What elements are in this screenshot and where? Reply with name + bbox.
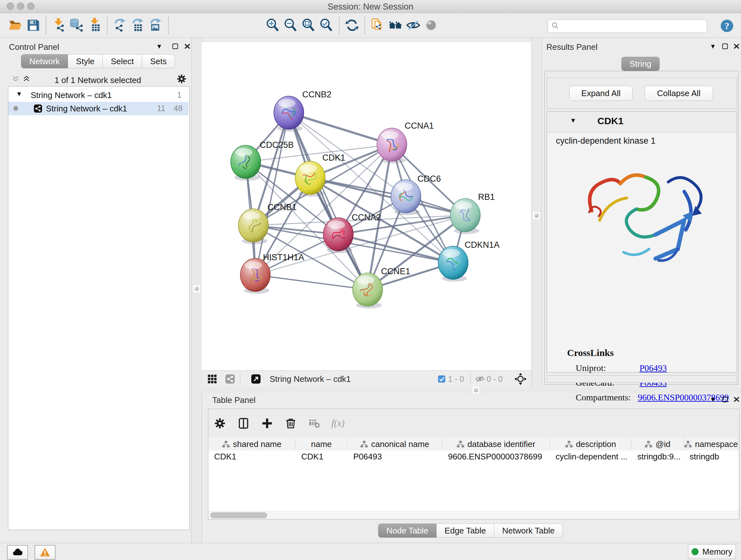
close-icon[interactable] <box>732 42 741 51</box>
grid-icon[interactable] <box>207 374 218 384</box>
column-header-namespace[interactable]: namespace <box>684 438 738 450</box>
column-header-database-identifier[interactable]: database identifier <box>442 438 550 450</box>
network-edge-count: 48 <box>174 104 183 113</box>
tab-network[interactable]: Network <box>21 54 68 68</box>
share-gray-icon[interactable] <box>225 374 235 384</box>
node-label: CDC6 <box>417 174 441 184</box>
checkbox-icon[interactable] <box>437 374 446 383</box>
collapse-panel-icon[interactable]: ▼ <box>710 396 716 403</box>
tab-edge-table[interactable]: Edge Table <box>436 523 494 538</box>
hide-selected-icon[interactable] <box>406 18 421 33</box>
column-header-canonical-name[interactable]: canonical name <box>347 438 442 450</box>
gear-icon[interactable] <box>176 73 187 84</box>
right-splitter[interactable] <box>531 38 542 387</box>
zoom-in-icon[interactable] <box>266 18 280 33</box>
tab-select[interactable]: Select <box>103 54 142 68</box>
gene-expand-icon[interactable]: ▼ <box>570 117 576 124</box>
plus-icon[interactable] <box>261 417 273 430</box>
crosshair-icon[interactable] <box>514 373 527 385</box>
network-collection-row[interactable]: ▼ String Network – cdk1 1 <box>8 89 189 101</box>
network-canvas[interactable]: CCNB2CCNA1CDC25BCDK1CDC6RB1CCNB1CCNA2CDK… <box>202 42 531 371</box>
collapse-panel-icon[interactable]: ▼ <box>710 43 716 50</box>
first-neighbors-icon[interactable] <box>388 18 403 33</box>
crosslink-label: Uniprot: <box>576 363 639 373</box>
close-icon[interactable] <box>732 395 741 403</box>
table-cell[interactable]: stringdb <box>684 450 738 462</box>
collection-expand-icon[interactable]: ▼ <box>16 90 22 98</box>
close-icon[interactable] <box>183 42 192 51</box>
table-cell[interactable]: P06493 <box>347 450 442 462</box>
node-label: HIST1H1A <box>263 253 304 262</box>
export-network-icon[interactable] <box>113 18 127 33</box>
tree-icon <box>565 440 573 448</box>
columns-icon[interactable] <box>237 417 250 430</box>
export-table-icon[interactable] <box>131 18 145 33</box>
cloud-status-button[interactable] <box>7 545 28 560</box>
table-cell[interactable]: stringdb:9... <box>631 450 684 462</box>
column-header-description[interactable]: description <box>550 438 631 450</box>
tab-string[interactable]: String <box>621 57 660 71</box>
toolbar-separator <box>339 16 340 34</box>
gene-header[interactable]: ▼ CDK1 <box>547 112 737 132</box>
node-label: CDKN1A <box>465 240 500 250</box>
collapse-panel-icon[interactable]: ▼ <box>156 43 162 50</box>
new-network-from-selection-icon[interactable] <box>370 18 385 33</box>
table-cell[interactable]: CDK1 <box>208 450 295 462</box>
table-cell[interactable]: cyclin-dependent ... <box>550 450 631 462</box>
gene-description: cyclin-dependent kinase 1 <box>556 136 656 146</box>
node-label: CCNB1 <box>267 202 297 212</box>
search-input[interactable] <box>562 20 704 31</box>
crosslink-link[interactable]: P06493 <box>639 363 667 373</box>
open-session-icon[interactable] <box>8 18 23 33</box>
gear-icon[interactable] <box>213 417 226 430</box>
scrollbar-thumb[interactable] <box>210 512 267 518</box>
network-graph[interactable]: CCNB2CCNA1CDC25BCDK1CDC6RB1CCNB1CCNA2CDK… <box>202 42 531 371</box>
column-header-name[interactable]: name <box>295 438 347 450</box>
table-cell[interactable]: CDK1 <box>295 450 347 462</box>
warnings-button[interactable] <box>35 545 56 560</box>
tab-style[interactable]: Style <box>68 54 103 68</box>
float-icon[interactable] <box>171 42 179 51</box>
toolbar-separator <box>46 16 46 34</box>
zoom-out-icon[interactable] <box>283 18 298 33</box>
memory-button[interactable]: Memory <box>688 544 736 559</box>
zoom-fit-icon[interactable] <box>301 18 316 33</box>
table-row[interactable]: CDK1CDK1P064939606.ENSP00000378699cyclin… <box>208 450 738 462</box>
trash-icon[interactable] <box>284 417 297 430</box>
column-header--id[interactable]: @id <box>631 438 684 450</box>
control-panel-title: Control Panel <box>9 42 59 52</box>
tab-network-table[interactable]: Network Table <box>494 523 563 538</box>
tab-node-table[interactable]: Node Table <box>378 523 436 538</box>
horizontal-splitter-grip[interactable] <box>472 387 479 394</box>
help-icon[interactable]: ? <box>720 18 734 33</box>
tree-icon <box>222 440 230 448</box>
save-session-icon[interactable] <box>26 18 41 33</box>
layout-refresh-icon[interactable] <box>345 18 359 33</box>
right-splitter-grip[interactable] <box>533 212 540 219</box>
import-network-icon[interactable] <box>51 18 66 33</box>
import-database-icon[interactable] <box>69 18 84 33</box>
collapse-all-button[interactable]: Collapse All <box>645 86 713 101</box>
network-row-selected[interactable]: String Network – cdk1 11 48 <box>8 102 189 115</box>
arrow-box-icon[interactable] <box>251 374 261 384</box>
float-icon[interactable] <box>721 42 729 51</box>
float-icon[interactable] <box>721 395 729 403</box>
table-cell[interactable]: 9606.ENSP00000378699 <box>442 450 550 462</box>
node-label: CDK1 <box>322 153 345 163</box>
table-toolbar: f(x) <box>213 413 344 434</box>
show-all-icon[interactable] <box>424 18 439 33</box>
import-table-icon[interactable] <box>87 18 102 33</box>
tab-sets[interactable]: Sets <box>142 54 175 68</box>
horizontal-splitter[interactable] <box>202 387 741 393</box>
expand-all-button[interactable]: Expand All <box>569 86 632 101</box>
horizontal-scrollbar[interactable] <box>208 511 738 519</box>
string-results-container: Expand All Collapse All ▼ CDK1 cyclin-de… <box>544 71 738 385</box>
zoom-selected-icon[interactable] <box>319 18 334 33</box>
column-header-shared-name[interactable]: shared name <box>208 438 295 450</box>
eye-mini-icon[interactable] <box>475 374 485 384</box>
left-splitter[interactable] <box>192 38 202 543</box>
left-splitter-grip[interactable] <box>193 285 200 292</box>
table-panel: Table Panel ▼ f(x) shared namenamecanoni… <box>202 393 741 543</box>
crosslinks-title: CrossLinks <box>567 348 614 358</box>
export-image-icon[interactable] <box>148 18 163 33</box>
